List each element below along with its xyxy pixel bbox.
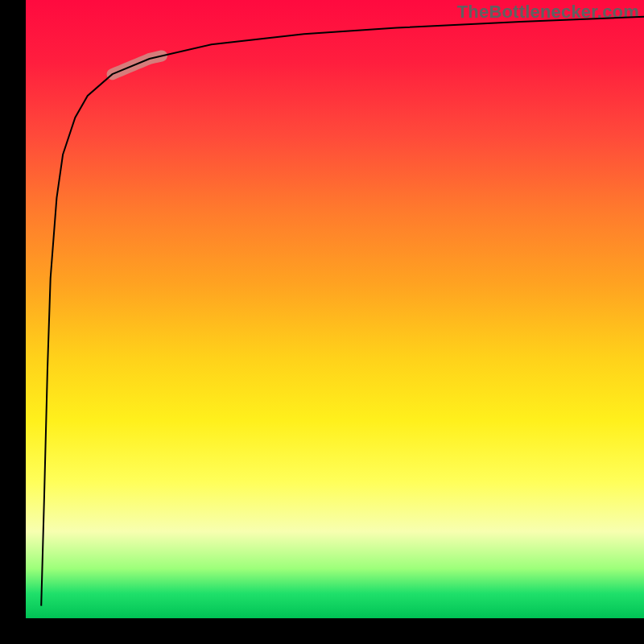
curve-line [41,17,644,606]
x-axis-border [0,618,644,644]
figure: TheBottlenecker.com [0,0,644,644]
y-axis-border [0,0,26,644]
curve-layer [26,0,644,618]
